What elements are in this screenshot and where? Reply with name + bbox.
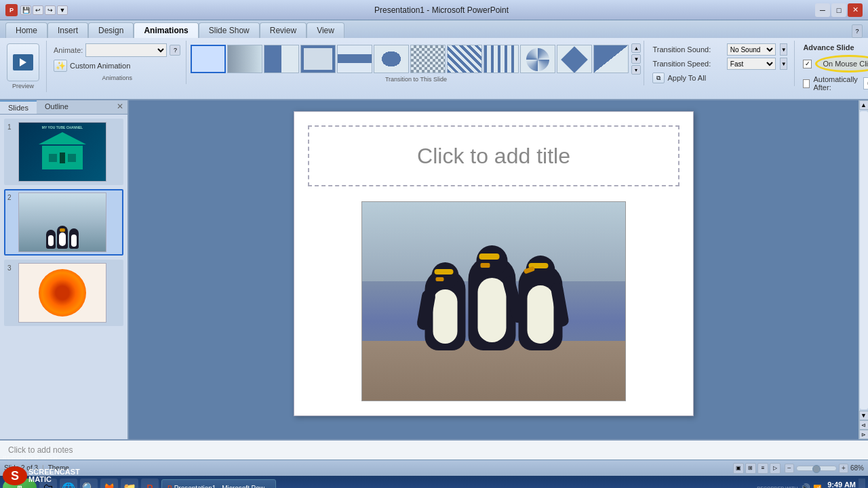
slide-thumb-2 xyxy=(18,192,106,252)
taskbar-ppt-window[interactable]: P Presentation1 - Microsoft Pow... xyxy=(161,479,276,488)
slide-item-2[interactable]: 2 xyxy=(4,189,123,256)
penguin-right xyxy=(519,256,563,350)
ppt-icon: P xyxy=(146,483,153,488)
penguin-middle-beak xyxy=(481,263,490,268)
ribbon-tabs: Home Insert Design Animations Slide Show… xyxy=(0,20,868,38)
slide-sorter-btn[interactable]: ⊞ xyxy=(745,463,756,474)
animate-section: Animate: ? ✨ Custom Animation Animations xyxy=(48,41,186,84)
trans-thumb-blank[interactable] xyxy=(191,45,226,73)
slide-item-3[interactable]: 3 xyxy=(4,260,123,326)
taskbar-icon-files[interactable]: 📁 xyxy=(121,479,138,488)
taskbar-clock[interactable]: 9:49 AM 07-Mar-19 xyxy=(827,481,856,488)
trans-thumb-split[interactable] xyxy=(337,45,372,73)
trans-sound-combo[interactable]: No Sound xyxy=(727,43,776,56)
trans-thumb-wheels[interactable] xyxy=(520,45,555,73)
left-panel: Slides Outline ✕ 1 MY YOU TUBE CHANNEL xyxy=(0,100,129,439)
redo-quick-btn[interactable]: ↪ xyxy=(45,5,56,15)
normal-view-btn[interactable]: ▣ xyxy=(733,463,744,474)
trans-scroll-up[interactable]: ▲ xyxy=(631,43,641,53)
maximize-button[interactable]: □ xyxy=(831,3,846,17)
close-button[interactable]: ✕ xyxy=(848,3,863,17)
trans-thumb-reveal[interactable] xyxy=(374,45,409,73)
penguin-thumb-2 xyxy=(57,226,68,249)
trans-thumb-bars[interactable] xyxy=(484,45,519,73)
trans-thumb-stripes[interactable] xyxy=(447,45,482,73)
view-btns: ▣ ⊞ ≡ ▷ xyxy=(733,463,781,474)
scroll-down-btn[interactable]: ▼ xyxy=(859,411,869,420)
notes-page-btn[interactable]: ≡ xyxy=(757,463,768,474)
zoom-in-btn[interactable]: + xyxy=(839,464,848,473)
zoom-out-btn[interactable]: − xyxy=(785,464,794,473)
auto-after-checkbox[interactable] xyxy=(803,79,810,88)
trans-thumb-wipe[interactable] xyxy=(264,45,299,73)
ribbon-help-btn[interactable]: ? xyxy=(852,24,863,38)
auto-after-row: Automatically After: ↖ xyxy=(803,75,868,92)
penguin-left xyxy=(425,262,466,350)
save-quick-btn[interactable]: 💾 xyxy=(20,5,31,15)
trans-thumb-inout[interactable] xyxy=(593,45,629,73)
trans-speed-combo[interactable]: Fast xyxy=(727,58,776,70)
taskbar-icon-ppt[interactable]: P xyxy=(141,479,159,488)
quick-access-toolbar: 💾 ↩ ↪ ▼ xyxy=(20,5,68,15)
trans-thumb-box[interactable] xyxy=(300,45,336,73)
slide1-bg: MY YOU TUBE CHANNEL xyxy=(19,123,106,181)
trans-scroll-more[interactable]: ▾ xyxy=(631,65,641,75)
tab-view[interactable]: View xyxy=(307,22,344,38)
penguin-image xyxy=(361,201,626,401)
trans-sound-dropdown[interactable]: ▼ xyxy=(780,43,788,56)
scroll-up-btn[interactable]: ▲ xyxy=(859,100,869,110)
slide-title-placeholder: Click to add title xyxy=(417,144,570,169)
speaker-icon: 🔊 xyxy=(800,483,810,488)
canvas-area: Click to add title xyxy=(129,100,859,439)
tab-insert[interactable]: Insert xyxy=(47,22,88,38)
tab-home[interactable]: Home xyxy=(5,22,47,38)
trans-speed-dropdown[interactable]: ▼ xyxy=(780,58,788,70)
trans-thumbs-row xyxy=(191,45,629,73)
taskbar-network-icon[interactable]: 📶 xyxy=(812,483,822,488)
preview-section: Preview xyxy=(0,41,47,92)
on-mouse-click-label: On Mouse Click xyxy=(823,60,868,68)
slideshow-btn[interactable]: ▷ xyxy=(770,463,781,474)
zoom-slider[interactable] xyxy=(796,466,837,471)
notes-bar[interactable]: Click to add notes xyxy=(0,439,868,460)
show-desktop-btn[interactable] xyxy=(859,479,865,488)
tab-animations[interactable]: Animations xyxy=(134,22,198,38)
taskbar-speaker-icon[interactable]: 🔊 xyxy=(800,483,810,488)
penguin-middle xyxy=(469,245,516,350)
trans-thumb-dissolve[interactable] xyxy=(410,45,446,73)
play-icon xyxy=(20,58,26,66)
prev-slide-btn[interactable]: ⊲ xyxy=(859,420,869,430)
apply-all-btn[interactable]: ⧉ Apply To All xyxy=(652,73,787,83)
penguin-left-head xyxy=(432,262,459,289)
auto-time-input[interactable] xyxy=(863,77,868,89)
preview-button[interactable] xyxy=(7,43,39,81)
on-mouse-click-checkbox[interactable]: ✓ xyxy=(803,60,812,68)
undo-quick-btn[interactable]: ↩ xyxy=(33,5,43,15)
slide-item-1[interactable]: 1 MY YOU TUBE CHANNEL xyxy=(4,119,123,185)
taskbar-icon-firefox[interactable]: 🦊 xyxy=(100,479,118,488)
trans-thumb-diamond[interactable] xyxy=(557,45,592,73)
slide-num-1: 1 xyxy=(7,123,16,131)
next-slide-btn[interactable]: ⊳ xyxy=(859,430,869,439)
animate-info-btn[interactable]: ? xyxy=(170,45,180,56)
custom-animation-btn[interactable]: ✨ Custom Animation xyxy=(54,60,180,72)
tab-outline[interactable]: Outline xyxy=(37,100,77,114)
panel-close-btn[interactable]: ✕ xyxy=(113,100,127,114)
minimize-button[interactable]: ─ xyxy=(815,3,830,17)
transition-options-section: Transition Sound: No Sound ▼ Transition … xyxy=(646,41,795,86)
advance-slide-section: Advance Slide ✓ On Mouse Click Automatic… xyxy=(796,41,868,94)
slide-title-area[interactable]: Click to add title xyxy=(308,125,679,186)
tab-slides[interactable]: Slides xyxy=(0,100,37,114)
tab-design[interactable]: Design xyxy=(88,22,134,38)
ribbon-content: Preview Animate: ? ✨ Custom Animation An… xyxy=(0,38,868,99)
taskbar-icon-search[interactable]: 🔍 xyxy=(80,479,98,488)
more-quick-btn[interactable]: ▼ xyxy=(57,5,68,15)
firefox-icon: 🦊 xyxy=(102,482,116,489)
tab-review[interactable]: Review xyxy=(260,22,307,38)
trans-thumb-fade[interactable] xyxy=(227,45,262,73)
network-icon: 📶 xyxy=(813,485,821,489)
animate-combo[interactable] xyxy=(85,43,167,57)
tab-slideshow[interactable]: Slide Show xyxy=(199,22,260,38)
screencast-text-group: SCREENCAST MATIC xyxy=(28,468,80,483)
trans-scroll-down[interactable]: ▼ xyxy=(631,54,641,64)
